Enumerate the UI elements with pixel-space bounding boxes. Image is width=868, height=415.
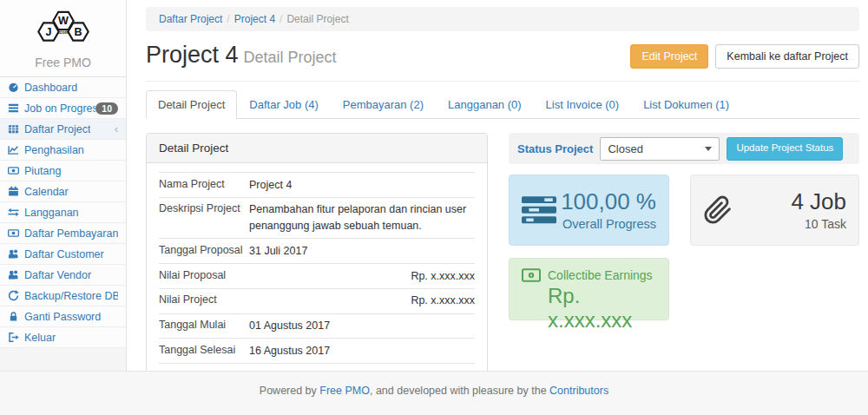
field-value: 16 Agustus 2017	[249, 341, 475, 361]
sidebar-item-label: Dashboard	[24, 82, 77, 94]
sidebar: J W B .com Free PMO Dashboard Job on Pro…	[0, 0, 127, 371]
users-icon	[8, 248, 19, 260]
money-icon	[8, 165, 19, 176]
sidebar-item-backup-restore-db[interactable]: Backup/Restore DB	[0, 286, 126, 306]
table-row: Tanggal Selesai 16 Agustus 2017	[159, 338, 475, 363]
calendar-icon	[8, 186, 19, 197]
sidebar-item-job-on-progress[interactable]: Job on Progress 10	[0, 98, 126, 119]
sidebar-item-label: Piutang	[24, 165, 61, 177]
brand-block: J W B .com Free PMO	[0, 0, 126, 76]
field-value: Project 4	[249, 175, 475, 195]
tab-daftar-job[interactable]: Daftar Job (4)	[237, 90, 330, 119]
contributors-link[interactable]: Contributors	[549, 385, 608, 397]
page-header: Project 4Detail Project Edit Project Kem…	[146, 42, 859, 82]
overall-progress-card: 100,00 % Overall Progress	[509, 175, 669, 246]
status-project-select[interactable]: Closed	[600, 137, 720, 161]
table-row: Tanggal Proposal 31 Juli 2017	[159, 238, 475, 263]
sidebar-item-dashboard[interactable]: Dashboard	[0, 77, 126, 98]
table-row: Deskripsi Project Penambahan fitur pelap…	[159, 197, 475, 239]
tab-detail-project[interactable]: Detail Project	[146, 90, 237, 119]
chevron-left-icon: ‹	[115, 125, 118, 134]
sidebar-item-keluar[interactable]: Keluar	[0, 327, 126, 348]
field-value: Rp. x.xxx.xxx	[249, 291, 475, 311]
free-pmo-link[interactable]: Free PMO	[319, 385, 370, 397]
tab-langganan[interactable]: Langganan (0)	[436, 90, 534, 119]
edit-project-button[interactable]: Edit Project	[630, 44, 708, 69]
sidebar-item-label: Penghasilan	[24, 144, 84, 156]
footer-text-middle: , and developed with pleasure by the	[370, 385, 547, 397]
panel-title: Detail Project	[147, 134, 487, 163]
sidebar-item-daftar-project[interactable]: Daftar Project ‹	[0, 119, 126, 140]
tab-pembayaran[interactable]: Pembayaran (2)	[331, 90, 436, 119]
sidebar-item-calendar[interactable]: Calendar	[0, 181, 126, 202]
list-icon	[8, 102, 19, 114]
progress-caption: Overall Progress	[556, 217, 656, 231]
sidebar-item-piutang[interactable]: Piutang	[0, 161, 126, 181]
tab-list-dokumen[interactable]: List Dokumen (1)	[631, 90, 741, 119]
breadcrumb-link-project-4[interactable]: Project 4	[234, 13, 275, 25]
page-title: Project 4Detail Project	[146, 42, 337, 69]
field-value: 01 Agustus 2017	[249, 316, 475, 336]
table-row: Nilai Proposal Rp. x.xxx.xxx	[159, 263, 475, 288]
table-row: Nama Project Project 4	[159, 172, 475, 197]
breadcrumb-current: Detail Project	[286, 13, 348, 25]
count-badge: 10	[95, 102, 118, 115]
sidebar-item-label: Backup/Restore DB	[24, 290, 118, 302]
table-row: Nilai Project Rp. x.xxx.xxx	[159, 288, 475, 313]
progress-value: 100,00 %	[556, 189, 656, 214]
header-actions: Edit Project Kembali ke daftar Project	[630, 44, 859, 69]
sidebar-item-langganan[interactable]: Langganan	[0, 202, 126, 223]
sidebar-item-label: Langganan	[24, 207, 79, 219]
sidebar-item-daftar-vendor[interactable]: Daftar Vendor	[0, 265, 126, 286]
field-label: Nilai Project	[159, 291, 249, 311]
exchange-icon	[8, 207, 19, 218]
page-title-text: Project 4	[146, 42, 239, 68]
dashboard-icon	[8, 82, 19, 93]
field-value: 31 Juli 2017	[249, 241, 475, 261]
field-label: Deskripsi Project	[159, 200, 249, 236]
line-chart-icon	[8, 144, 19, 155]
sidebar-item-daftar-customer[interactable]: Daftar Customer	[0, 244, 126, 265]
breadcrumb-link-daftar-project[interactable]: Daftar Project	[159, 13, 222, 25]
collectible-earnings-card: Collectibe Earnings Rp. x.xxx.xxx	[509, 258, 669, 320]
sidebar-item-label: Job on Progress	[24, 102, 95, 115]
status-project-form: Status Project Closed Update Project Sta…	[509, 133, 859, 164]
app-body: J W B .com Free PMO Dashboard Job on Pro…	[0, 0, 868, 371]
svg-text:J: J	[45, 26, 51, 38]
back-to-project-list-button[interactable]: Kembali ke daftar Project	[715, 44, 859, 69]
earnings-value: Rp. x.xxx.xxx	[548, 284, 656, 333]
jobs-card-text: 4 Job 10 Task	[733, 189, 846, 231]
field-label: Tanggal Proposal	[159, 241, 249, 261]
caret-down-icon	[705, 147, 712, 151]
tasks-value: 10 Task	[733, 217, 846, 231]
svg-text:.com: .com	[57, 30, 69, 35]
page: J W B .com Free PMO Dashboard Job on Pro…	[0, 0, 868, 415]
main-content: Daftar Project/Project 4/Detail Project …	[127, 0, 868, 371]
sidebar-item-penghasilan[interactable]: Penghasilan	[0, 140, 126, 161]
update-project-status-button[interactable]: Update Project Status	[727, 137, 843, 161]
sidebar-item-label: Daftar Pembayaran	[24, 227, 118, 240]
selected-option: Closed	[608, 142, 642, 155]
page-subtitle: Detail Project	[244, 49, 337, 66]
field-label: Nilai Proposal	[159, 267, 249, 287]
sidebar-item-label: Ganti Password	[24, 311, 101, 323]
users-icon	[8, 269, 19, 280]
status-project-label: Status Project	[517, 142, 593, 155]
sign-out-icon	[8, 332, 19, 343]
field-label: Nama Project	[159, 175, 249, 195]
field-label: Tanggal Selesai	[159, 341, 249, 361]
sidebar-item-label: Keluar	[24, 332, 56, 344]
table-row: Tanggal Mulai 01 Agustus 2017	[159, 313, 475, 339]
refresh-icon	[8, 290, 19, 301]
tab-list-invoice[interactable]: List Invoice (0)	[534, 90, 632, 119]
sidebar-item-label: Calendar	[24, 186, 69, 198]
svg-text:B: B	[74, 26, 82, 38]
money-icon	[8, 227, 19, 239]
table-icon	[8, 123, 19, 135]
sidebar-item-daftar-pembayaran[interactable]: Daftar Pembayaran	[0, 223, 126, 244]
earnings-title-row: Collectibe Earnings	[522, 268, 656, 282]
progress-card-text: 100,00 % Overall Progress	[556, 189, 656, 231]
summary-cards-row: 100,00 % Overall Progress 4 Job 10 Task	[509, 175, 859, 246]
sidebar-item-ganti-password[interactable]: Ganti Password	[0, 306, 126, 327]
tab-bar: Detail Project Daftar Job (4) Pembayaran…	[146, 90, 859, 119]
